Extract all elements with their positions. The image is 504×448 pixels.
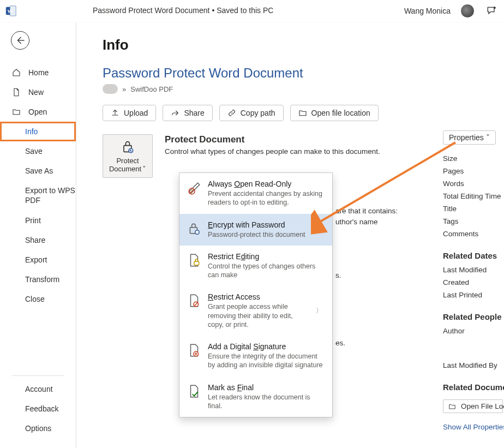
folder-icon xyxy=(448,403,457,410)
nav-new[interactable]: New xyxy=(0,82,76,102)
prop-last-modified-by: Last Modified By xyxy=(441,359,504,372)
svg-text:W: W xyxy=(8,9,13,14)
title-bar: W Password Protect Word Document • Saved… xyxy=(0,0,504,22)
obscured-text-3: es. xyxy=(335,339,345,347)
cloud-icon xyxy=(103,84,118,94)
share-icon xyxy=(171,109,179,117)
nav-print[interactable]: Print xyxy=(0,211,76,230)
protect-subtext: Control what types of changes people can… xyxy=(165,147,380,156)
nav-export[interactable]: Export xyxy=(0,250,76,270)
menu-digital-signature[interactable]: Add a Digital Signature Ensure the integ… xyxy=(179,336,332,377)
nav-saveas[interactable]: Save As xyxy=(0,161,76,181)
nav-home[interactable]: Home xyxy=(0,63,76,82)
protect-document-menu: Always Open Read-Only Prevent accidental… xyxy=(179,172,333,417)
new-doc-icon xyxy=(12,88,21,97)
document-title: Password Protect Word Document • Saved t… xyxy=(93,6,273,15)
related-docs-heading: Related Documen xyxy=(441,372,504,395)
chevron-down-icon: ˅ xyxy=(486,133,490,142)
back-button[interactable] xyxy=(11,31,29,50)
signature-icon xyxy=(187,342,201,359)
prop-last-printed: Last Printed xyxy=(441,289,504,301)
doc-path: » SwifDoo PDF xyxy=(103,84,504,94)
obscured-text: are that it contains: uthor's name xyxy=(335,206,461,228)
comments-icon[interactable] xyxy=(484,4,499,18)
open-file-location-button[interactable]: Open file location xyxy=(290,105,379,121)
menu-restrict-access[interactable]: Restrict Access Grant people access whil… xyxy=(179,286,332,336)
shield-lock-icon xyxy=(120,139,135,154)
readonly-icon xyxy=(187,180,201,196)
home-icon xyxy=(12,68,21,77)
menu-restrict-editing[interactable]: Restrict Editing Control the types of ch… xyxy=(179,246,332,286)
svg-point-3 xyxy=(494,7,496,8)
protect-document-tile[interactable]: Protect Document˅ xyxy=(103,134,153,178)
prop-last-modified: Last Modified xyxy=(441,264,504,276)
prop-created: Created xyxy=(441,276,504,289)
menu-readonly[interactable]: Always Open Read-Only Prevent accidental… xyxy=(179,173,332,214)
nav-share[interactable]: Share xyxy=(0,230,76,250)
info-page: Info Password Protect Word Document » Sw… xyxy=(76,22,504,448)
prop-words: Words xyxy=(441,177,504,190)
restrict-edit-icon xyxy=(187,252,201,268)
nav-save[interactable]: Save xyxy=(0,141,76,161)
nav-export-wps[interactable]: Export to WPS PDF xyxy=(0,181,76,211)
upload-icon xyxy=(111,109,119,117)
nav-account[interactable]: Account xyxy=(0,379,76,399)
properties-panel: Properties˅ Size Pages Words Total Editi… xyxy=(441,130,504,431)
chevron-right-icon: 〉 xyxy=(316,306,325,315)
protect-heading: Protect Document xyxy=(165,134,380,145)
user-name[interactable]: Wang Monica xyxy=(404,7,451,15)
upload-button[interactable]: Upload xyxy=(103,105,156,121)
prop-editing-time: Total Editing Time xyxy=(441,190,504,202)
svg-rect-9 xyxy=(194,261,199,265)
menu-mark-final[interactable]: Mark as Final Let readers know the docum… xyxy=(179,377,332,417)
related-dates-heading: Related Dates xyxy=(441,240,504,264)
action-row: Upload Share Copy path Open file locatio… xyxy=(103,105,504,121)
nav-options[interactable]: Options xyxy=(0,419,76,438)
open-file-location-prop[interactable]: Open File Loca xyxy=(443,399,503,413)
share-button[interactable]: Share xyxy=(163,105,212,121)
path-folder: SwifDoo PDF xyxy=(130,85,173,93)
word-app-icon: W xyxy=(0,5,22,17)
menu-encrypt-password[interactable]: Encrypt with Password Password-protect t… xyxy=(179,214,332,246)
copy-path-button[interactable]: Copy path xyxy=(219,105,284,121)
nav-open[interactable]: Open xyxy=(0,102,76,122)
properties-button[interactable]: Properties˅ xyxy=(443,130,496,145)
nav-close[interactable]: Close xyxy=(0,289,76,309)
prop-comments: Comments xyxy=(441,228,504,240)
nav-info[interactable]: Info xyxy=(0,122,76,141)
final-icon xyxy=(187,383,201,399)
backstage-sidebar: Home New Open Info Save Save As Export t… xyxy=(0,22,76,448)
folder-icon xyxy=(298,109,307,117)
link-icon xyxy=(227,109,236,117)
doc-main-title: Password Protect Word Document xyxy=(103,65,504,81)
sidebar-divider xyxy=(12,375,64,376)
prop-size: Size xyxy=(441,152,504,165)
chevron-down-icon: ˅ xyxy=(142,165,146,173)
nav-transform[interactable]: Transform xyxy=(0,270,76,289)
prop-author: Author xyxy=(441,325,504,337)
nav-feedback[interactable]: Feedback xyxy=(0,399,76,419)
related-people-heading: Related People xyxy=(441,301,504,325)
lock-icon xyxy=(187,220,201,237)
obscured-text-2: s. xyxy=(335,271,341,279)
restrict-access-icon xyxy=(187,292,201,309)
svg-point-8 xyxy=(195,230,199,234)
user-avatar[interactable] xyxy=(460,4,475,18)
show-all-properties-link[interactable]: Show All Properties xyxy=(441,423,504,431)
open-folder-icon xyxy=(12,107,21,116)
prop-pages: Pages xyxy=(441,165,504,177)
page-heading: Info xyxy=(103,37,504,53)
